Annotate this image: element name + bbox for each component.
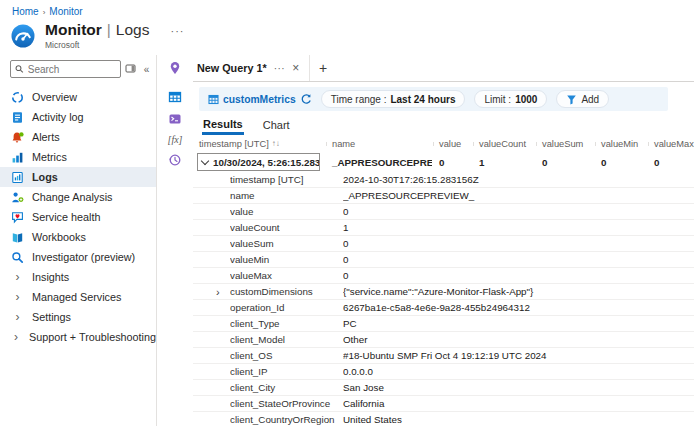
detail-row-custom-dimensions: › customDimensions {"service.name":"Azur… xyxy=(193,284,694,300)
table-icon xyxy=(208,94,219,105)
tables-icon[interactable] xyxy=(168,90,182,104)
filter-icon xyxy=(566,94,577,105)
sidebar-item-logs[interactable]: Logs xyxy=(0,167,156,187)
column-header-value[interactable]: value xyxy=(432,139,472,149)
breadcrumb: Home › Monitor xyxy=(0,0,694,17)
collapse-row-chevron-icon[interactable] xyxy=(201,156,209,164)
detail-row: client_CitySan Jose xyxy=(193,380,694,396)
detail-row: valueMax0 xyxy=(193,268,694,284)
result-row-valuemin: 0 xyxy=(594,157,647,168)
service-health-icon xyxy=(11,211,24,224)
breadcrumb-separator-icon: › xyxy=(43,8,46,17)
tab-results[interactable]: Results xyxy=(202,118,244,135)
tab-more-menu-icon[interactable]: ··· xyxy=(274,63,286,74)
page-title: Monitor xyxy=(45,21,102,39)
tab-new-query-1[interactable]: New Query 1* ··· × xyxy=(193,55,310,81)
pin-icon[interactable] xyxy=(168,61,182,75)
metrics-icon xyxy=(11,151,24,164)
detail-row: name_APPRESOURCEPREVIEW_ xyxy=(193,188,694,204)
refresh-icon[interactable] xyxy=(300,93,312,105)
workbooks-icon xyxy=(11,231,24,244)
breadcrumb-monitor-link[interactable]: Monitor xyxy=(49,6,82,17)
sidebar-nav: Overview Activity log Alerts xyxy=(0,87,156,347)
result-row-value: 0 xyxy=(432,157,472,168)
sidebar-search-box[interactable] xyxy=(10,60,121,78)
time-range-pill[interactable]: Time range : Last 24 hours xyxy=(321,90,466,108)
alerts-icon xyxy=(11,131,24,144)
sidebar-item-service-health[interactable]: Service health xyxy=(0,207,156,227)
sidebar-item-managed-services[interactable]: › Managed Services xyxy=(0,287,156,307)
sidebar-item-investigator[interactable]: Investigator (preview) xyxy=(0,247,156,267)
sidebar-item-change-analysis[interactable]: Change Analysis xyxy=(0,187,156,207)
new-tab-button[interactable]: + xyxy=(310,55,336,81)
tab-close-icon[interactable]: × xyxy=(292,61,299,75)
results-chart-tabs: Results Chart xyxy=(193,111,694,135)
detail-row: client_OS#18-Ubuntu SMP Fri Oct 4 19:12:… xyxy=(193,348,694,364)
publisher-label: Microsoft xyxy=(45,40,184,50)
add-filter-label: Add xyxy=(581,94,599,105)
investigator-icon xyxy=(11,251,24,264)
result-row-timestamp-cell[interactable]: 10/30/2024, 5:26:15.283 ... xyxy=(197,153,320,171)
detail-row: operation_Id6267ba1e-c5a8-4e6e-9a28-455b… xyxy=(193,300,694,316)
detail-row: client_ModelOther xyxy=(193,332,694,348)
column-header-name[interactable]: name xyxy=(325,139,432,149)
source-table-name[interactable]: customMetrics xyxy=(223,94,296,105)
search-icon xyxy=(15,64,24,74)
sidebar-item-overview[interactable]: Overview xyxy=(0,87,156,107)
detail-row: valueMin0 xyxy=(193,252,694,268)
expand-chevron-icon[interactable]: › xyxy=(216,287,230,297)
time-range-value: Last 24 hours xyxy=(390,94,455,105)
result-row-valuecount: 1 xyxy=(472,157,535,168)
chevron-right-icon: › xyxy=(11,271,24,283)
breadcrumb-home-link[interactable]: Home xyxy=(12,6,39,17)
source-table-control[interactable]: customMetrics xyxy=(208,93,312,105)
chevron-right-icon: › xyxy=(11,311,24,323)
column-header-valuesum[interactable]: valueSum xyxy=(535,139,594,149)
sidebar-item-activity-log[interactable]: Activity log xyxy=(0,107,156,127)
limit-value: 1000 xyxy=(515,94,537,105)
collapse-sidebar-icon[interactable]: « xyxy=(140,64,153,75)
result-row-valuesum: 0 xyxy=(535,157,594,168)
main-layout: « Overview Activity log xyxy=(0,55,694,426)
overview-icon xyxy=(11,91,24,104)
sidebar-item-workbooks[interactable]: Workbooks xyxy=(0,227,156,247)
result-row[interactable]: 10/30/2024, 5:26:15.283 ... _APPRESOURCE… xyxy=(193,152,694,172)
sidebar-item-support-troubleshooting[interactable]: › Support + Troubleshooting xyxy=(0,327,156,347)
sidebar-item-settings[interactable]: › Settings xyxy=(0,307,156,327)
page-section-title: Logs xyxy=(116,21,150,39)
column-header-valuemax[interactable]: valueMax xyxy=(647,139,694,149)
activity-log-icon xyxy=(11,111,24,124)
detail-row: client_StateOrProvinceCalifornia xyxy=(193,396,694,412)
query-tab-label: New Query 1* xyxy=(197,62,267,74)
query-pane: New Query 1* ··· × + customMetrics xyxy=(193,55,694,426)
change-analysis-icon xyxy=(11,191,24,204)
tab-chart[interactable]: Chart xyxy=(262,119,291,135)
column-header-valuemin[interactable]: valueMin xyxy=(594,139,647,149)
time-range-label: Time range : xyxy=(331,94,387,105)
detail-row: client_IP0.0.0.0 xyxy=(193,364,694,380)
page-header: Monitor | Logs ··· Microsoft xyxy=(9,21,694,50)
column-header-valuecount[interactable]: valueCount xyxy=(472,139,535,149)
functions-icon[interactable]: [fx] xyxy=(168,134,183,145)
title-divider: | xyxy=(107,21,111,39)
queries-icon[interactable] xyxy=(168,112,182,126)
sidebar-item-insights[interactable]: › Insights xyxy=(0,267,156,287)
sidebar-item-alerts[interactable]: Alerts xyxy=(0,127,156,147)
row-detail-pane: timestamp [UTC]2024-10-30T17:26:15.28315… xyxy=(193,172,694,426)
sidebar: « Overview Activity log xyxy=(0,55,157,426)
query-history-icon[interactable] xyxy=(168,153,182,167)
chevron-right-icon: › xyxy=(11,331,21,343)
sidebar-item-metrics[interactable]: Metrics xyxy=(0,147,156,167)
query-tab-bar: New Query 1* ··· × + xyxy=(193,55,694,82)
column-header-timestamp[interactable]: timestamp [UTC] ↑↓ xyxy=(197,139,325,149)
sort-icon[interactable]: ↑↓ xyxy=(272,139,280,148)
search-input[interactable] xyxy=(28,64,116,75)
logs-icon xyxy=(11,171,24,184)
header-more-menu[interactable]: ··· xyxy=(170,25,184,37)
logs-tool-rail: [fx] xyxy=(157,55,193,426)
limit-label: Limit : xyxy=(484,94,511,105)
limit-pill[interactable]: Limit : 1000 xyxy=(474,90,547,108)
detail-row: valueSum0 xyxy=(193,236,694,252)
dock-icon[interactable] xyxy=(124,63,137,76)
add-filter-pill[interactable]: Add xyxy=(556,90,609,108)
